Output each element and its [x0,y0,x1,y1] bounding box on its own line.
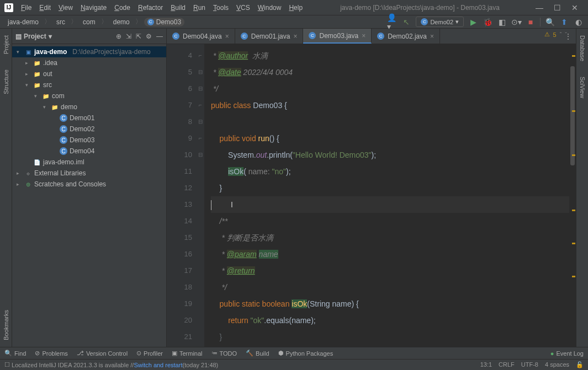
tab-demo02-java[interactable]: CDemo02.java× [372,29,440,44]
inspection-widget[interactable]: ⚠5 ˆ ˇ [544,31,567,38]
sciview-tool-tab[interactable]: SciView [578,74,587,100]
run-button[interactable]: ▶ [468,17,478,27]
next-highlight-icon[interactable]: ˇ [565,31,567,38]
warning-stripe[interactable] [572,110,575,112]
tool-build[interactable]: 🔨Build [246,350,269,357]
close-button[interactable]: ✕ [569,3,580,12]
search-icon[interactable]: 🔍 [545,17,555,27]
menu-vcs[interactable]: VCS [233,2,253,13]
tree-iml[interactable]: 📄java-demo.iml [12,157,166,168]
menu-view[interactable]: View [55,2,76,13]
breadcrumb-java-demo[interactable]: java-demo [4,18,42,26]
class-icon: C [172,33,179,40]
tree-class-demo01[interactable]: CDemo01 [12,112,166,124]
menu-edit[interactable]: Edit [36,2,54,13]
hide-panel-icon[interactable]: — [156,33,163,40]
tree-out[interactable]: ▸📁out [12,68,166,79]
menu-refactor[interactable]: Refactor [135,2,166,13]
tool-profiler[interactable]: ⊙Profiler [136,350,163,357]
editor-scrollbar[interactable] [569,44,576,347]
minimize-button[interactable]: — [534,3,545,12]
coverage-button[interactable]: ◧ [497,17,507,27]
warning-stripe[interactable] [572,210,575,211]
tool-version-control[interactable]: ⎇Version Control [77,350,128,357]
warning-stripe[interactable] [572,276,575,277]
maximize-button[interactable]: ☐ [552,3,563,12]
indent-setting[interactable]: 4 spaces [545,361,569,368]
close-tab-icon[interactable]: × [225,33,229,40]
event-log-button[interactable]: ●Event Log [550,350,584,357]
line-separator[interactable]: CRLF [499,361,515,368]
close-tab-icon[interactable]: × [293,33,297,40]
tree-class-demo02[interactable]: CDemo02 [12,124,166,135]
menu-build[interactable]: Build [167,2,189,13]
tree-external[interactable]: ▸⟐External Libraries [12,168,166,179]
tab-demo03-java[interactable]: CDemo03.java× [303,29,372,44]
tree-src[interactable]: ▾📁src [12,79,166,90]
expand-all-icon[interactable]: ⇲ [126,33,131,40]
debug-button[interactable]: 🐞 [483,17,492,27]
select-opened-icon[interactable]: ⊕ [116,33,121,40]
line-gutter[interactable]: 456789101112131415161718192021 [167,44,197,347]
tree-class-demo03[interactable]: CDemo03 [12,135,166,146]
menu-run[interactable]: Run [190,2,209,13]
database-tool-tab[interactable]: Database [578,33,587,63]
back-arrow-icon[interactable]: ↖ [401,17,411,27]
warning-stripe[interactable] [572,55,575,57]
stop-button[interactable]: ■ [526,17,536,27]
project-panel-title[interactable]: ▤ Project ▾ [15,33,52,40]
tool-problems[interactable]: ⊘Problems [35,350,67,357]
code-area[interactable]: * @author 水滴 * @date 2022/4/4 0004 */pub… [204,44,569,347]
tree-scratches[interactable]: ▸⊚Scratches and Consoles [12,179,166,190]
tree-com[interactable]: ▾📁com [12,90,166,101]
menu-code[interactable]: Code [111,2,134,13]
file-encoding[interactable]: UTF-8 [521,361,538,368]
tool-terminal[interactable]: ▣Terminal [172,350,203,357]
breadcrumb-demo[interactable]: demo [110,18,133,26]
menu-file[interactable]: File [18,2,35,13]
breadcrumb-src[interactable]: src [53,18,68,26]
tool-todo[interactable]: ≔TODO [211,350,237,357]
warning-stripe[interactable] [572,154,575,156]
prev-highlight-icon[interactable]: ˆ [560,31,562,38]
update-icon[interactable]: ⬆ [559,17,569,27]
tree-root[interactable]: ▾▣java-demoD:\IdeaProjects\java-demo [12,46,166,57]
bookmarks-tool-tab[interactable]: Bookmarks [2,308,10,342]
tab-label: Demo04.java [183,33,222,40]
status-link[interactable]: Switch and restart [134,362,182,368]
profile-button[interactable]: ⊙▾ [511,17,521,27]
fold-gutter[interactable]: ⌐⊟⊟⌐⊟⌐⊟ [197,44,204,347]
menubar: FileEditViewNavigateCodeRefactorBuildRun… [18,2,306,13]
menu-tools[interactable]: Tools [210,2,232,13]
breadcrumb-demo03[interactable]: CDemo03 [144,18,184,26]
tool-find[interactable]: 🔍Find [4,350,26,357]
code-editor[interactable]: 456789101112131415161718192021 ⌐⊟⊟⌐⊟⌐⊟ *… [167,44,576,347]
scrollbar-thumb[interactable] [570,66,575,165]
collapse-all-icon[interactable]: ⇱ [136,33,141,40]
run-config-selector[interactable]: C Demo02 ▾ [416,17,464,27]
breadcrumb-com[interactable]: com [80,18,99,26]
tab-demo01-java[interactable]: CDemo01.java× [235,29,304,44]
user-icon[interactable]: 👤▾ [387,17,397,27]
settings-icon[interactable]: ⚙ [146,33,152,40]
tool-icon: 🔨 [246,350,253,357]
structure-tool-tab[interactable]: Structure [2,67,10,96]
close-tab-icon[interactable]: × [430,33,434,40]
readonly-icon[interactable]: 🔓 [576,361,584,368]
caret-position[interactable]: 13:1 [480,361,492,368]
close-tab-icon[interactable]: × [362,32,365,40]
tab-demo04-java[interactable]: CDemo04.java× [167,29,235,44]
run-config-label: Demo02 [430,19,453,25]
menu-navigate[interactable]: Navigate [77,2,110,13]
menu-window[interactable]: Window [255,2,285,13]
tool-python-packages[interactable]: ⬢Python Packages [278,350,333,357]
ide-settings-icon[interactable]: ◐ [574,17,584,27]
tree-demo[interactable]: ▾📁demo [12,101,166,112]
project-tree[interactable]: ▾▣java-demoD:\IdeaProjects\java-demo▸📁.i… [12,44,166,347]
status-icon[interactable]: ☐ [4,361,10,368]
tree-class-demo04[interactable]: CDemo04 [12,146,166,157]
menu-help[interactable]: Help [285,2,306,13]
warning-stripe[interactable] [572,243,575,244]
tree-idea[interactable]: ▸📁.idea [12,57,166,68]
project-tool-tab[interactable]: Project [2,33,10,56]
